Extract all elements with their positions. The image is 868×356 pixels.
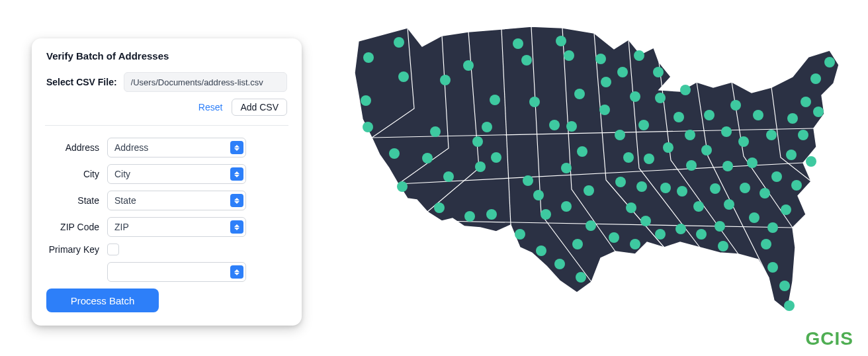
map-dot	[638, 120, 649, 130]
us-map	[329, 16, 846, 340]
field-row-address: Address	[46, 138, 287, 157]
map-dot	[577, 146, 587, 157]
map-dot	[394, 37, 404, 48]
map-dot	[738, 136, 749, 147]
map-dot	[536, 245, 546, 256]
map-dot	[440, 75, 451, 85]
field-row-city: City	[46, 164, 287, 184]
map-dot	[556, 36, 566, 46]
map-dot	[541, 209, 551, 220]
primary-key-select[interactable]	[107, 262, 246, 282]
map-dot	[787, 113, 798, 124]
map-dot	[443, 171, 454, 182]
add-csv-button[interactable]: Add CSV	[232, 99, 287, 116]
csv-path-input[interactable]	[124, 72, 287, 92]
map-dot	[704, 110, 715, 120]
map-dot	[718, 241, 728, 251]
map-dot	[599, 105, 610, 115]
map-dot	[766, 130, 777, 140]
map-dot	[561, 163, 572, 173]
map-dot	[576, 272, 586, 283]
city-select[interactable]	[107, 164, 246, 184]
map-dot	[463, 60, 474, 71]
map-dot	[549, 120, 560, 130]
reset-button[interactable]: Reset	[197, 99, 224, 116]
map-dot	[655, 93, 666, 103]
map-dot	[617, 67, 628, 77]
map-dot	[640, 216, 651, 226]
address-select[interactable]	[107, 138, 246, 157]
map-dot	[791, 180, 802, 191]
map-dot	[813, 107, 824, 117]
map-dot	[574, 89, 585, 99]
map-dot	[685, 130, 695, 140]
map-dot	[740, 183, 750, 193]
map-dot	[513, 38, 523, 49]
file-label: Select CSV File:	[46, 77, 117, 87]
map-dot	[515, 229, 525, 240]
map-dot	[472, 136, 483, 147]
map-dot	[824, 57, 835, 67]
map-dot	[491, 152, 501, 163]
zip-label: ZIP Code	[46, 222, 107, 232]
map-dot	[749, 212, 760, 223]
map-dot	[771, 171, 782, 182]
map-dot	[660, 183, 671, 193]
map-dot	[636, 181, 647, 192]
map-dot	[779, 281, 790, 291]
map-dot	[663, 142, 673, 153]
us-map-svg	[329, 16, 846, 340]
map-dot	[761, 239, 771, 249]
map-dot	[767, 222, 778, 233]
map-dot	[482, 122, 492, 132]
map-dot	[630, 239, 640, 249]
map-dot	[554, 259, 565, 269]
map-dot	[586, 220, 596, 231]
map-dot	[564, 50, 574, 61]
map-dot	[722, 161, 733, 171]
map-dot	[653, 67, 664, 77]
map-dot	[677, 186, 687, 197]
zip-select[interactable]	[107, 217, 246, 237]
map-dot	[806, 156, 816, 167]
map-dot	[363, 52, 374, 63]
map-dot	[781, 204, 791, 215]
map-dot	[363, 122, 373, 132]
map-dot	[634, 50, 644, 61]
brand-logo: GCIS	[806, 328, 853, 349]
map-dot	[786, 150, 797, 160]
map-dot	[533, 190, 544, 200]
map-dot	[623, 152, 634, 163]
map-dot	[701, 145, 712, 156]
primary-key-label: Primary Key	[46, 244, 107, 255]
map-dot	[561, 201, 572, 212]
file-actions: Reset Add CSV	[46, 99, 287, 116]
map-dot	[422, 153, 433, 163]
map-dot	[615, 130, 625, 140]
state-label: State	[46, 195, 107, 206]
map-dot	[655, 229, 666, 240]
map-dot	[626, 202, 636, 213]
map-dot	[644, 154, 654, 164]
map-dot	[673, 112, 684, 122]
map-dot	[615, 177, 626, 187]
map-dot	[710, 183, 720, 194]
map-dot	[397, 181, 408, 192]
map-dot	[715, 221, 725, 232]
map-dot	[810, 73, 821, 84]
map-dot	[572, 239, 583, 249]
divider	[45, 125, 288, 126]
map-dot	[475, 161, 486, 172]
map-dot	[784, 300, 795, 311]
map-dot	[753, 110, 763, 120]
map-dot	[389, 148, 400, 159]
primary-key-checkbox[interactable]	[107, 244, 119, 255]
map-dot	[630, 91, 640, 102]
state-select[interactable]	[107, 191, 246, 210]
map-dot	[767, 262, 778, 273]
map-dot	[464, 211, 475, 222]
map-dot	[398, 71, 409, 82]
address-label: Address	[46, 142, 107, 153]
process-batch-button[interactable]: Process Batch	[46, 289, 159, 312]
map-dot	[490, 95, 500, 105]
